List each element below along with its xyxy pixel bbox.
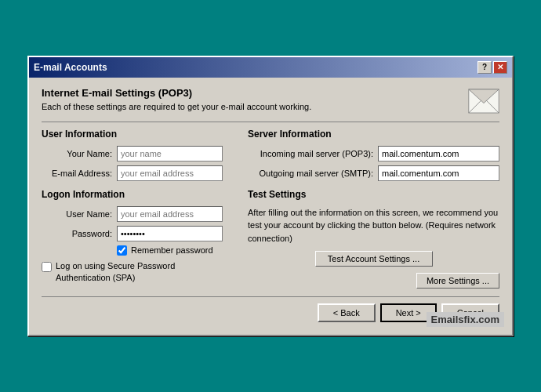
email-address-label: E-mail Address:: [42, 169, 112, 178]
left-column: User Information Your Name: E-mail Addre…: [42, 129, 235, 289]
your-name-input[interactable]: [117, 146, 223, 162]
more-settings-button[interactable]: More Settings ...: [416, 273, 499, 289]
dialog-title: Internet E-mail Settings (POP3): [42, 87, 311, 99]
top-divider: [42, 122, 499, 122]
email-address-input[interactable]: [117, 165, 223, 181]
username-input[interactable]: [117, 206, 223, 222]
spa-checkbox[interactable]: [42, 262, 52, 272]
test-settings-section: Test Settings After filling out the info…: [248, 189, 499, 267]
email-accounts-window: E-mail Accounts ? ✕ Internet E-mail Sett…: [27, 56, 514, 337]
username-row: User Name:: [42, 206, 235, 222]
header-text: Internet E-mail Settings (POP3) Each of …: [42, 87, 311, 111]
your-name-label: Your Name:: [42, 149, 112, 158]
title-bar: E-mail Accounts ? ✕: [29, 57, 512, 78]
remember-password-checkbox[interactable]: [117, 245, 127, 256]
logon-info-title: Logon Information: [42, 189, 235, 200]
main-columns: User Information Your Name: E-mail Addre…: [42, 129, 499, 289]
password-row: Password:: [42, 226, 235, 241]
your-name-row: Your Name:: [42, 146, 235, 162]
incoming-server-input[interactable]: [378, 146, 499, 162]
back-button[interactable]: < Back: [318, 303, 376, 322]
remember-password-row: Remember password: [117, 245, 235, 256]
title-bar-buttons: ? ✕: [477, 61, 507, 74]
spa-label: Log on using Secure Password Authenticat…: [56, 260, 228, 285]
more-settings-row: More Settings ...: [248, 273, 499, 289]
right-column: Server Information Incoming mail server …: [248, 129, 499, 289]
test-settings-title: Test Settings: [248, 189, 499, 200]
user-info-title: User Information: [42, 129, 235, 140]
outgoing-server-input[interactable]: [378, 165, 499, 181]
email-address-row: E-mail Address:: [42, 165, 235, 181]
incoming-server-row: Incoming mail server (POP3):: [248, 146, 499, 162]
incoming-server-label: Incoming mail server (POP3):: [248, 149, 373, 158]
email-icon: [468, 89, 499, 114]
test-account-settings-button[interactable]: Test Account Settings ...: [315, 251, 433, 267]
outgoing-server-row: Outgoing mail server (SMTP):: [248, 165, 499, 181]
outgoing-server-label: Outgoing mail server (SMTP):: [248, 169, 373, 178]
remember-password-label: Remember password: [131, 245, 213, 255]
password-input[interactable]: [117, 226, 223, 241]
watermark: Emailsfix.com: [427, 312, 504, 327]
window-title: E-mail Accounts: [34, 62, 107, 73]
logon-section: Logon Information User Name: Password: R…: [42, 189, 235, 256]
username-label: User Name:: [42, 209, 112, 219]
dialog-subtitle: Each of these settings are required to g…: [42, 102, 311, 111]
header-section: Internet E-mail Settings (POP3) Each of …: [42, 87, 499, 114]
bottom-divider: [42, 296, 499, 297]
spa-row: Log on using Secure Password Authenticat…: [42, 260, 235, 285]
dialog-content: Internet E-mail Settings (POP3) Each of …: [29, 78, 512, 336]
server-info-title: Server Information: [248, 129, 499, 140]
password-label: Password:: [42, 229, 112, 238]
test-description: After filling out the information on thi…: [248, 206, 499, 245]
close-button[interactable]: ✕: [493, 61, 507, 74]
help-button[interactable]: ?: [477, 61, 492, 74]
